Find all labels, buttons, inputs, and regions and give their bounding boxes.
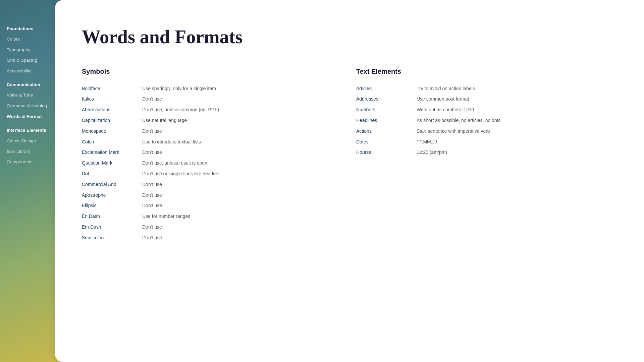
symbol-name: Abbreviations <box>82 106 142 114</box>
text-element-name: Headlines <box>356 117 417 125</box>
table-row: Actions Start sentence with imperative v… <box>356 126 610 137</box>
table-row: Boldface Use sparingly, only for a singl… <box>82 83 336 94</box>
symbol-desc: Don't use <box>142 95 336 103</box>
symbol-desc: Use to introduce textual lists <box>142 138 336 146</box>
sidebar-item-voice-tone[interactable]: Voice & Tone <box>0 90 63 101</box>
communication-section-label: Communication <box>0 76 63 90</box>
symbol-name: Commercial And <box>82 181 142 189</box>
table-row: Semicolon Don't use <box>82 233 336 243</box>
table-row: Apostrophe Don't use <box>82 190 336 201</box>
text-element-name: Articles <box>356 85 417 93</box>
foundations-section-label: Foundations <box>0 20 63 34</box>
table-row: Numbers Write out as numbers if >10 <box>356 105 610 115</box>
sidebar-item-atomic-design[interactable]: Atomic Design <box>0 135 63 146</box>
text-element-name: Dates <box>356 138 417 146</box>
symbol-desc: Use natural language <box>142 117 336 125</box>
text-element-desc: Use common post format <box>417 95 610 103</box>
symbol-desc: Don't use on single lines like headers <box>142 170 336 178</box>
main-content: Words and Formats Symbols Boldface Use s… <box>55 0 644 362</box>
sidebar-item-icon-library[interactable]: Icon Library <box>0 146 63 157</box>
symbol-name: En Dash <box>82 213 142 221</box>
symbol-name: Question Mark <box>82 159 142 167</box>
symbol-desc: Don't use, unless result is open <box>142 159 336 167</box>
table-row: Dates TT.MM.JJ <box>356 137 610 147</box>
sidebar-item-grid-spacing[interactable]: Grid & Spacing <box>0 55 63 66</box>
text-element-name: Numbers <box>356 106 417 114</box>
table-row: Italics Don't use <box>82 94 336 105</box>
text-element-desc: TT.MM.JJ <box>417 138 610 146</box>
table-row: Addresses Use common post format <box>356 94 610 105</box>
symbol-desc: Don't use <box>142 127 336 135</box>
symbol-name: Semicolon <box>82 234 142 242</box>
table-row: Commercial And Don't use <box>82 179 336 190</box>
symbol-name: Italics <box>82 95 142 103</box>
content-grid: Symbols Boldface Use sparingly, only for… <box>82 68 610 243</box>
symbol-desc: Use sparingly, only for a single item <box>142 85 336 93</box>
sidebar-item-typography[interactable]: Typography <box>0 45 63 55</box>
symbol-name: Capitalization <box>82 117 142 125</box>
page-title: Words and Formats <box>82 27 610 48</box>
sidebar-item-grammar-naming[interactable]: Grammar & Naming <box>0 101 63 111</box>
symbol-name: Em Dash <box>82 223 142 231</box>
symbol-desc: Don't use <box>142 148 336 157</box>
symbol-name: Monospace <box>82 127 142 135</box>
symbols-section: Symbols Boldface Use sparingly, only for… <box>82 68 336 243</box>
symbol-desc: Don't use <box>142 202 336 210</box>
text-elements-section-title: Text Elements <box>356 68 610 75</box>
text-element-desc: Write out as numbers if >10 <box>417 106 610 114</box>
text-element-desc: 12:20 (am/pm) <box>417 148 610 157</box>
table-row: Em Dash Don't use <box>82 222 336 233</box>
text-elements-table: Articles Try to avoid on action labels A… <box>356 83 610 158</box>
sidebar-item-components[interactable]: Components <box>0 157 63 167</box>
table-row: Capitalization Use natural language <box>82 115 336 126</box>
table-row: Headlines As short as possible, no artic… <box>356 115 610 126</box>
symbol-name: Apostrophe <box>82 191 142 199</box>
text-element-name: Actions <box>356 127 417 135</box>
symbol-name: Exclamation Mark <box>82 148 142 157</box>
interface-section-label: Interface Elements <box>0 122 63 135</box>
symbol-desc: Use for number ranges <box>142 213 336 221</box>
table-row: Articles Try to avoid on action labels <box>356 83 610 94</box>
symbol-desc: Don't use <box>142 234 336 242</box>
symbol-name: Boldface <box>82 85 142 93</box>
table-row: Ellipsis Don't use <box>82 200 336 211</box>
sidebar-item-words-format[interactable]: Words & Format <box>0 111 63 122</box>
text-element-desc: Start sentence with imperative verb <box>417 127 610 135</box>
text-element-name: Hourss <box>356 148 417 157</box>
text-element-desc: Try to avoid on action labels <box>417 85 610 93</box>
symbol-desc: Don't use <box>142 191 336 199</box>
text-element-desc: As short as possible, no articles, no do… <box>417 117 610 125</box>
sidebar-item-colors[interactable]: Colors <box>0 34 63 45</box>
table-row: Monospace Don't use <box>82 126 336 137</box>
symbol-name: Ellipsis <box>82 202 142 210</box>
symbols-section-title: Symbols <box>82 68 336 75</box>
table-row: Exclamation Mark Don't use <box>82 147 336 158</box>
text-element-name: Addresses <box>356 95 417 103</box>
sidebar-item-accessibility[interactable]: Accessibility <box>0 66 63 76</box>
table-row: Question Mark Don't use, unless result i… <box>82 158 336 169</box>
text-elements-section: Text Elements Articles Try to avoid on a… <box>356 68 610 243</box>
symbol-name: Dot <box>82 170 142 178</box>
sidebar: Foundations Colors Typography Grid & Spa… <box>0 0 63 362</box>
symbol-name: Colon <box>82 138 142 146</box>
table-row: Colon Use to introduce textual lists <box>82 137 336 147</box>
symbol-desc: Don't use <box>142 181 336 189</box>
table-row: Abbreviations Don't use, unless common (… <box>82 105 336 115</box>
table-row: Dot Don't use on single lines like heade… <box>82 169 336 179</box>
symbol-desc: Don't use <box>142 223 336 231</box>
symbols-table: Boldface Use sparingly, only for a singl… <box>82 83 336 243</box>
symbol-desc: Don't use, unless common (eg. PDF) <box>142 106 336 114</box>
table-row: En Dash Use for number ranges <box>82 211 336 222</box>
table-row: Hourss 12:20 (am/pm) <box>356 147 610 158</box>
